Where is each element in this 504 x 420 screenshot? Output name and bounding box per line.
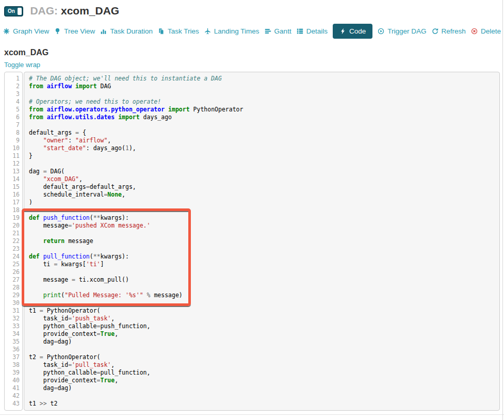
line-number: 3	[5, 90, 20, 98]
line-number-gutter: 1234567891011121314151617181920212223242…	[4, 72, 23, 411]
line-number: 7	[5, 121, 20, 129]
code-line: dag=dag)	[29, 338, 499, 346]
nav-item-delete[interactable]: Delete	[471, 27, 501, 35]
line-number: 17	[5, 199, 20, 206]
code-line: t1 = PythonOperator(	[29, 307, 499, 315]
list-icon	[297, 28, 303, 35]
line-number: 40	[5, 377, 20, 384]
code-line: "xcom_DAG",	[29, 175, 499, 183]
airflow-dag-code-page: On DAG: xcom_DAG Graph ViewTree ViewTask…	[0, 0, 504, 420]
nav-item-tree-view[interactable]: Tree View	[54, 27, 95, 35]
code-line: dag=dag)	[29, 384, 499, 392]
nav-item-label: Code	[349, 27, 366, 35]
line-number: 25	[5, 261, 20, 268]
nav-item-trigger-dag[interactable]: Trigger DAG	[378, 27, 426, 35]
code-line: dag = DAG(	[29, 168, 499, 175]
line-number: 8	[5, 129, 20, 137]
line-number: 30	[5, 299, 20, 307]
line-number: 12	[5, 160, 20, 168]
line-number: 43	[5, 400, 20, 408]
nav-item-task-duration[interactable]: Task Duration	[100, 27, 153, 35]
line-number: 2	[5, 83, 20, 90]
line-number: 16	[5, 191, 20, 199]
line-number: 14	[5, 175, 20, 183]
tree-icon	[54, 28, 61, 35]
nav-item-task-tries[interactable]: Task Tries	[158, 27, 199, 35]
code-line: provide_context=True,	[29, 330, 499, 338]
delete-icon	[471, 28, 478, 35]
line-number: 11	[5, 152, 20, 160]
line-number: 41	[5, 384, 20, 392]
code-line	[29, 90, 499, 98]
code-line: )	[29, 199, 499, 206]
line-number: 38	[5, 361, 20, 369]
line-number: 28	[5, 284, 20, 292]
code-line: def push_function(**kwargs):	[29, 214, 499, 222]
line-number: 36	[5, 346, 20, 353]
line-number: 6	[5, 114, 20, 121]
bar-chart-icon	[100, 28, 107, 35]
line-number: 21	[5, 230, 20, 237]
nav-item-label: Details	[306, 27, 328, 35]
line-number: 1	[5, 75, 20, 83]
line-number: 20	[5, 222, 20, 230]
nav-item-label: Refresh	[442, 27, 466, 35]
code-line	[29, 121, 499, 129]
code-line: schedule_interval=None,	[29, 191, 499, 199]
code-line: return message	[29, 237, 499, 245]
nav-item-label: Delete	[481, 27, 501, 35]
page-title-prefix: DAG:	[30, 5, 58, 17]
nav-item-gantt[interactable]: Gantt	[265, 27, 291, 35]
line-number: 19	[5, 214, 20, 222]
nav-item-code[interactable]: Code	[333, 24, 372, 39]
line-number: 27	[5, 276, 20, 284]
line-number: 10	[5, 144, 20, 152]
code-line: default_args=default_args,	[29, 183, 499, 191]
nav-item-label: Tree View	[64, 27, 95, 35]
code-line: # The DAG object; we'll need this to ins…	[29, 75, 499, 83]
line-number: 33	[5, 322, 20, 330]
nav-item-label: Graph View	[13, 27, 49, 35]
nav-item-details[interactable]: Details	[297, 27, 328, 35]
code-line: ti = kwargs['ti']	[29, 261, 499, 268]
nav-item-graph-view[interactable]: Graph View	[3, 27, 49, 35]
bottom-divider	[0, 414, 504, 415]
dag-on-toggle-knob	[18, 8, 22, 15]
line-number: 24	[5, 253, 20, 261]
window-right-border	[502, 0, 503, 420]
line-number: 4	[5, 98, 20, 106]
code-line: python_callable=push_function,	[29, 322, 499, 330]
code-line: t1 >> t2	[29, 400, 499, 408]
code-line	[29, 160, 499, 168]
code-line: task_id='push_task',	[29, 315, 499, 322]
nav-item-label: Trigger DAG	[387, 27, 426, 35]
code-block: 1234567891011121314151617181920212223242…	[4, 72, 500, 411]
code-line: default_args = {	[29, 129, 499, 137]
line-number: 37	[5, 353, 20, 361]
code-line: from airflow import DAG	[29, 83, 499, 90]
page-header: On DAG: xcom_DAG	[0, 0, 504, 17]
plane-icon	[204, 28, 211, 35]
copy-icon	[158, 28, 165, 35]
line-number: 18	[5, 206, 20, 214]
dag-source-code: # The DAG object; we'll need this to ins…	[24, 72, 500, 411]
dag-on-toggle[interactable]: On	[4, 6, 23, 17]
line-number: 13	[5, 168, 20, 175]
line-number: 42	[5, 392, 20, 400]
refresh-icon	[432, 28, 438, 35]
code-line: python_callable=pull_function,	[29, 369, 499, 377]
dag-name-heading: xcom_DAG	[4, 48, 504, 57]
code-line: task_id='pull_task',	[29, 361, 499, 369]
code-line: message='pushed XCom message.'	[29, 222, 499, 230]
code-line: "start_date": days_ago(1),	[29, 144, 499, 152]
nav-item-landing-times[interactable]: Landing Times	[204, 27, 259, 35]
line-number: 23	[5, 245, 20, 253]
code-line: message = ti.xcom_pull()	[29, 276, 499, 284]
nav-item-label: Task Duration	[110, 27, 153, 35]
dag-view-nav: Graph ViewTree ViewTask DurationTask Tri…	[3, 23, 501, 39]
toggle-wrap-link[interactable]: Toggle wrap	[4, 61, 40, 69]
nav-item-refresh[interactable]: Refresh	[432, 27, 466, 35]
dag-on-toggle-label: On	[5, 7, 18, 15]
code-line	[29, 346, 499, 353]
line-number: 35	[5, 338, 20, 346]
